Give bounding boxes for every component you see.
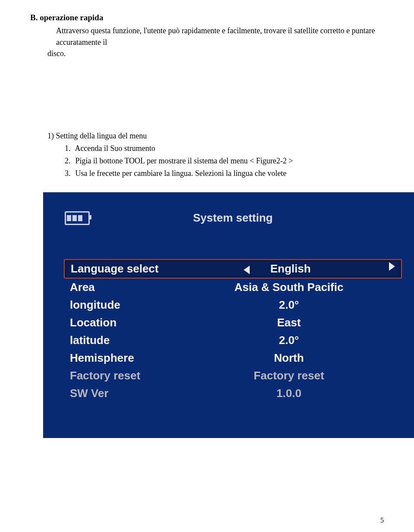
setting-label: Factory reset bbox=[70, 369, 182, 382]
step-number: 2. bbox=[65, 155, 73, 167]
arrow-left-icon[interactable] bbox=[244, 266, 250, 274]
section-title: B. operazione rapida bbox=[30, 13, 384, 22]
setting-label: latitude bbox=[70, 334, 182, 347]
subheading: 1) Setting della lingua del menu bbox=[47, 131, 384, 141]
setting-row-language[interactable]: Language select English bbox=[64, 259, 402, 279]
setting-row-longitude[interactable]: longitude 2.0° bbox=[64, 296, 402, 314]
screen-title: System setting bbox=[43, 211, 414, 225]
setting-value-text: English bbox=[270, 262, 311, 275]
step-text: Pigia il bottone TOOL per mostrare il si… bbox=[75, 156, 293, 165]
page-number: 5 bbox=[380, 516, 384, 524]
setting-label: longitude bbox=[70, 298, 182, 312]
device-screenshot: System setting Language select English A… bbox=[43, 192, 414, 438]
list-item: 2. Pigia il bottone TOOL per mostrare il… bbox=[65, 155, 384, 167]
step-number: 3. bbox=[65, 167, 73, 180]
step-text: Usa le frecette per cambiare la lingua. … bbox=[75, 169, 287, 178]
setting-label: Area bbox=[70, 281, 182, 294]
setting-row-latitude[interactable]: latitude 2.0° bbox=[64, 332, 402, 349]
setting-row-sw-ver: SW Ver 1.0.0 bbox=[64, 385, 402, 402]
setting-value: 2.0° bbox=[182, 298, 396, 312]
settings-panel: Language select English Area Asia & Sout… bbox=[64, 259, 402, 402]
intro-paragraph-tail: disco. bbox=[47, 49, 384, 58]
setting-value: East bbox=[182, 316, 396, 329]
intro-paragraph: Attraverso questa funzione, l'utente può… bbox=[56, 25, 380, 48]
setting-row-factory-reset[interactable]: Factory reset Factory reset bbox=[64, 367, 402, 385]
step-text: Accenda il Suo strumento bbox=[75, 144, 155, 153]
setting-row-location[interactable]: Location East bbox=[64, 314, 402, 332]
setting-value: Asia & South Pacific bbox=[182, 281, 396, 294]
setting-label: Hemisphere bbox=[70, 351, 182, 365]
setting-value[interactable]: English bbox=[183, 262, 395, 275]
step-list: 1. Accenda il Suo strumento 2. Pigia il … bbox=[65, 142, 384, 179]
setting-value: Factory reset bbox=[182, 369, 396, 382]
list-item: 1. Accenda il Suo strumento bbox=[65, 142, 384, 155]
setting-value: North bbox=[182, 351, 396, 365]
setting-value: 1.0.0 bbox=[182, 387, 396, 400]
document-page: B. operazione rapida Attraverso questa f… bbox=[0, 0, 414, 532]
step-number: 1. bbox=[65, 142, 73, 155]
setting-value: 2.0° bbox=[182, 334, 396, 347]
setting-label: SW Ver bbox=[70, 387, 182, 400]
setting-label: Location bbox=[70, 316, 182, 329]
setting-row-area[interactable]: Area Asia & South Pacific bbox=[64, 279, 402, 296]
list-item: 3. Usa le frecette per cambiare la lingu… bbox=[65, 167, 384, 180]
arrow-right-icon[interactable] bbox=[389, 262, 395, 271]
setting-label: Language select bbox=[71, 262, 183, 275]
setting-row-hemisphere[interactable]: Hemisphere North bbox=[64, 349, 402, 367]
